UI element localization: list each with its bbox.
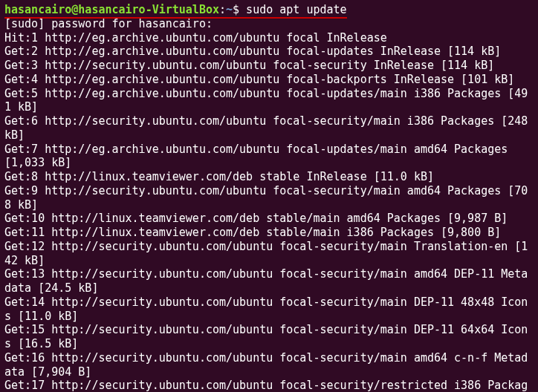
output-line: Get:7 http://eg.archive.ubuntu.com/ubunt… <box>4 143 534 171</box>
output-line: Get:8 http://linux.teamviewer.com/deb st… <box>4 170 534 184</box>
output-line: Get:5 http://eg.archive.ubuntu.com/ubunt… <box>4 87 534 115</box>
output-line: Hit:1 http://eg.archive.ubuntu.com/ubunt… <box>4 31 534 45</box>
output-line: Get:16 http://security.ubuntu.com/ubuntu… <box>4 351 534 379</box>
terminal-output[interactable]: hasancairo@hasancairo-VirtualBox:~$ sudo… <box>4 3 534 392</box>
prompt-dollar: $ <box>233 3 246 16</box>
command-text: sudo apt update <box>246 3 346 16</box>
prompt-line: hasancairo@hasancairo-VirtualBox:~$ sudo… <box>4 3 534 17</box>
output-line: Get:14 http://security.ubuntu.com/ubuntu… <box>4 295 534 324</box>
output-line: Get:17 http://security.ubuntu.com/ubuntu… <box>4 379 534 392</box>
output-line: [sudo] password for hasancairo: <box>4 17 534 31</box>
prompt-path: ~ <box>226 3 233 16</box>
output-line: Get:11 http://linux.teamviewer.com/deb s… <box>4 226 534 240</box>
output-line: Get:13 http://security.ubuntu.com/ubuntu… <box>4 267 534 295</box>
prompt-colon: : <box>219 3 226 16</box>
output-line: Get:3 http://security.ubuntu.com/ubuntu … <box>4 59 534 73</box>
prompt-user-host: hasancairo@hasancairo-VirtualBox <box>4 3 219 16</box>
output-line: Get:4 http://eg.archive.ubuntu.com/ubunt… <box>4 73 534 87</box>
output-line: Get:2 http://eg.archive.ubuntu.com/ubunt… <box>4 45 534 59</box>
output-line: Get:9 http://security.ubuntu.com/ubuntu … <box>4 184 534 212</box>
output-line: Get:15 http://security.ubuntu.com/ubuntu… <box>4 323 534 351</box>
output-line: Get:12 http://security.ubuntu.com/ubuntu… <box>4 240 534 268</box>
output-line: Get:10 http://linux.teamviewer.com/deb s… <box>4 212 534 226</box>
output-line: Get:6 http://security.ubuntu.com/ubuntu … <box>4 114 534 143</box>
